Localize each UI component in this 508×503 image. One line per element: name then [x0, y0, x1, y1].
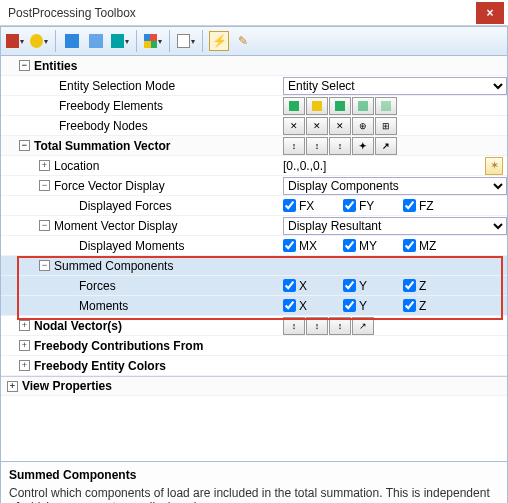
my-checkbox[interactable]: MY — [343, 239, 403, 253]
fbn-icon-4[interactable]: ⊕ — [352, 117, 374, 135]
fbe-icon-2[interactable] — [306, 97, 328, 115]
toolbar-grid-icon[interactable]: ▾ — [143, 31, 163, 51]
nv-icon-3[interactable]: ↕ — [329, 317, 351, 335]
nv-icon-2[interactable]: ↕ — [306, 317, 328, 335]
tsv-icon-4[interactable]: ✦ — [352, 137, 374, 155]
toolbar-axis-icon[interactable]: ▾ — [110, 31, 130, 51]
toolbar-star-icon[interactable]: ▾ — [29, 31, 49, 51]
collapse-icon[interactable]: − — [19, 140, 30, 151]
summed-components-row[interactable]: − Summed Components — [1, 256, 507, 276]
entity-select-dropdown[interactable]: Entity Select — [283, 77, 507, 95]
mx-checkbox[interactable]: MX — [283, 239, 343, 253]
summed-moments-label: Moments — [79, 299, 128, 313]
mvd-dropdown[interactable]: Display Resultant — [283, 217, 507, 235]
expand-icon[interactable]: + — [19, 320, 30, 331]
toolbar: ▾ ▾ ▾ ▾ ▾ ⚡ ✎ — [0, 26, 508, 56]
mz-checkbox[interactable]: MZ — [403, 239, 463, 253]
entity-colors-label: Freebody Entity Colors — [34, 359, 166, 373]
fbn-icon-2[interactable]: ✕ — [306, 117, 328, 135]
forces-z-checkbox[interactable]: Z — [403, 279, 463, 293]
toolbar-empty-icon[interactable]: ▾ — [176, 31, 196, 51]
collapse-icon[interactable]: − — [39, 260, 50, 271]
fy-checkbox[interactable]: FY — [343, 199, 403, 213]
freebody-elements-label: Freebody Elements — [59, 99, 163, 113]
tsv-label: Total Summation Vector — [34, 139, 170, 153]
entity-selection-mode-label: Entity Selection Mode — [59, 79, 175, 93]
property-tree: − Entities Entity Selection Mode Entity … — [0, 56, 508, 462]
toolbar-separator — [202, 30, 203, 52]
freebody-nodes-label: Freebody Nodes — [59, 119, 148, 133]
nv-icon-4[interactable]: ↗ — [352, 317, 374, 335]
moments-y-checkbox[interactable]: Y — [343, 299, 403, 313]
moments-z-checkbox[interactable]: Z — [403, 299, 463, 313]
expand-icon[interactable]: + — [7, 381, 18, 392]
location-label: Location — [54, 159, 99, 173]
toolbar-brush-icon[interactable]: ✎ — [233, 31, 253, 51]
displayed-forces-label: Displayed Forces — [79, 199, 172, 213]
forces-x-checkbox[interactable]: X — [283, 279, 343, 293]
toolbar-separator — [169, 30, 170, 52]
toolbar-bolt-icon[interactable]: ⚡ — [209, 31, 229, 51]
tsv-icon-1[interactable]: ↕ — [283, 137, 305, 155]
expand-icon[interactable]: + — [19, 360, 30, 371]
summed-forces-label: Forces — [79, 279, 116, 293]
fx-checkbox[interactable]: FX — [283, 199, 343, 213]
location-value: [0.,0.,0.] — [283, 159, 326, 173]
tsv-icon-2[interactable]: ↕ — [306, 137, 328, 155]
contributions-label: Freebody Contributions From — [34, 339, 203, 353]
view-properties-label: View Properties — [22, 379, 112, 393]
displayed-moments-label: Displayed Moments — [79, 239, 184, 253]
toolbar-separator — [136, 30, 137, 52]
fvd-dropdown[interactable]: Display Components — [283, 177, 507, 195]
collapse-icon[interactable]: − — [39, 180, 50, 191]
fbe-icon-3[interactable] — [329, 97, 351, 115]
fbe-icon-1[interactable] — [283, 97, 305, 115]
close-button[interactable]: × — [476, 2, 504, 24]
expand-icon[interactable]: + — [39, 160, 50, 171]
nv-icon-1[interactable]: ↕ — [283, 317, 305, 335]
entities-label: Entities — [34, 59, 77, 73]
tsv-icon-5[interactable]: ↗ — [375, 137, 397, 155]
collapse-icon[interactable]: − — [19, 60, 30, 71]
help-body: Control which components of load are inc… — [9, 486, 499, 503]
moments-x-checkbox[interactable]: X — [283, 299, 343, 313]
help-panel: Summed Components Control which componen… — [0, 462, 508, 503]
fbn-icon-5[interactable]: ⊞ — [375, 117, 397, 135]
fbe-icon-4[interactable] — [352, 97, 374, 115]
fvd-label: Force Vector Display — [54, 179, 165, 193]
summed-label: Summed Components — [54, 259, 173, 273]
collapse-icon[interactable]: − — [39, 220, 50, 231]
toolbar-separator — [55, 30, 56, 52]
toolbar-tree-icon[interactable] — [86, 31, 106, 51]
window-title: PostProcessing Toolbox — [8, 6, 136, 20]
expand-icon[interactable]: + — [19, 340, 30, 351]
help-title: Summed Components — [9, 468, 499, 482]
tsv-icon-3[interactable]: ↕ — [329, 137, 351, 155]
fbn-icon-1[interactable]: ✕ — [283, 117, 305, 135]
fbn-icon-3[interactable]: ✕ — [329, 117, 351, 135]
fz-checkbox[interactable]: FZ — [403, 199, 463, 213]
fbe-icon-5[interactable] — [375, 97, 397, 115]
mvd-label: Moment Vector Display — [54, 219, 177, 233]
location-star-button[interactable]: ✶ — [485, 157, 503, 175]
forces-y-checkbox[interactable]: Y — [343, 279, 403, 293]
title-bar: PostProcessing Toolbox × — [0, 0, 508, 26]
toolbar-box-icon[interactable]: ▾ — [5, 31, 25, 51]
nodal-vectors-label: Nodal Vector(s) — [34, 319, 122, 333]
toolbar-frame-icon[interactable] — [62, 31, 82, 51]
